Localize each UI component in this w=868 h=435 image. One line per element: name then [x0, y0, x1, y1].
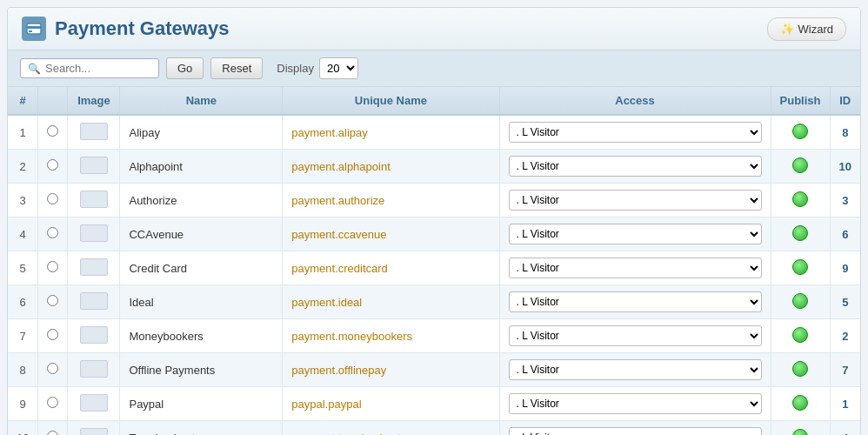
publish-dot-9[interactable] [792, 429, 808, 436]
table-row: 4 CCAvenue payment.ccavenue . L Visitor … [8, 218, 860, 251]
row-image [68, 251, 120, 285]
image-placeholder [80, 157, 108, 174]
go-button[interactable]: Go [166, 57, 204, 79]
row-access: . L Visitor [499, 218, 771, 251]
row-image [68, 285, 120, 319]
row-publish [771, 115, 830, 150]
svg-rect-1 [27, 26, 41, 29]
table-row: 5 Credit Card payment.creditcard . L Vis… [8, 251, 860, 285]
publish-dot-1[interactable] [792, 157, 808, 173]
row-radio-3[interactable] [47, 227, 58, 238]
row-publish [771, 251, 830, 285]
table-row: 8 Offline Payments payment.offlinepay . … [8, 353, 860, 387]
table-row: 7 Moneybookers payment.moneybookers . L … [8, 319, 860, 353]
payment-gateways-icon [22, 17, 46, 41]
row-radio-4[interactable] [47, 261, 58, 272]
publish-dot-0[interactable] [792, 124, 808, 139]
row-publish [771, 319, 830, 353]
row-checkbox-cell [38, 251, 68, 285]
row-radio-0[interactable] [47, 125, 58, 137]
row-num: 1 [8, 115, 38, 150]
row-radio-9[interactable] [47, 431, 58, 435]
row-name: Twocheckout [120, 421, 283, 436]
wizard-label: Wizard [798, 23, 833, 36]
row-num: 4 [8, 218, 38, 251]
table-row: 10 Twocheckout payment.twocheckout . L V… [8, 421, 860, 436]
table-row: 9 Paypal paypal.paypal . L Visitor 1 [8, 387, 860, 421]
row-access-select-8[interactable]: . L Visitor [509, 393, 762, 414]
row-unique-name: payment.offlinepay [283, 353, 499, 387]
publish-dot-2[interactable] [792, 191, 808, 207]
row-radio-6[interactable] [47, 329, 58, 340]
publish-dot-7[interactable] [792, 361, 808, 377]
col-num: # [8, 87, 38, 115]
row-radio-1[interactable] [47, 159, 58, 171]
row-num: 5 [8, 251, 38, 285]
row-num: 10 [8, 421, 38, 436]
row-id: 1 [830, 387, 860, 421]
row-name: Credit Card [120, 251, 283, 285]
row-access: . L Visitor [499, 251, 771, 285]
row-access-select-9[interactable]: . L Visitor [509, 427, 762, 435]
image-placeholder [80, 360, 108, 378]
row-id: 8 [830, 115, 860, 150]
row-publish [771, 285, 830, 319]
row-name: Moneybookers [120, 319, 283, 353]
publish-dot-3[interactable] [792, 225, 808, 241]
row-checkbox-cell [38, 184, 68, 218]
row-radio-7[interactable] [47, 363, 58, 374]
col-name: Name [120, 87, 283, 115]
row-access-select-6[interactable]: . L Visitor [509, 325, 762, 346]
row-access-select-1[interactable]: . L Visitor [509, 156, 762, 177]
row-access-select-0[interactable]: . L Visitor [509, 122, 762, 143]
row-access: . L Visitor [499, 115, 771, 150]
row-image [68, 353, 120, 387]
row-radio-2[interactable] [47, 193, 58, 204]
row-id: 6 [830, 218, 860, 251]
page-title-area: Payment Gateways [22, 17, 230, 41]
row-unique-name: paypal.paypal [283, 387, 499, 421]
image-placeholder [80, 428, 108, 436]
row-access-select-7[interactable]: . L Visitor [509, 359, 762, 380]
row-image [68, 115, 120, 150]
publish-dot-5[interactable] [792, 293, 808, 309]
wizard-button[interactable]: ✨ Wizard [767, 17, 846, 41]
row-num: 2 [8, 150, 38, 184]
row-num: 9 [8, 387, 38, 421]
svg-rect-2 [29, 30, 32, 32]
row-access-select-3[interactable]: . L Visitor [509, 224, 762, 244]
display-select[interactable]: 20 5 10 15 25 50 [319, 57, 358, 79]
row-publish [771, 387, 830, 421]
row-checkbox-cell [38, 115, 68, 150]
row-id: 5 [830, 285, 860, 319]
row-checkbox-cell [38, 150, 68, 184]
row-publish [771, 421, 830, 436]
reset-button[interactable]: Reset [210, 57, 263, 79]
row-unique-name: payment.twocheckout [283, 421, 499, 436]
publish-dot-8[interactable] [792, 395, 808, 411]
col-access: Access [499, 87, 771, 115]
row-access: . L Visitor [499, 184, 771, 218]
page-title: Payment Gateways [55, 17, 230, 40]
row-access-select-2[interactable]: . L Visitor [509, 190, 762, 211]
row-id: 9 [830, 251, 860, 285]
row-checkbox-cell [38, 319, 68, 353]
row-access: . L Visitor [499, 353, 771, 387]
row-image [68, 184, 120, 218]
row-unique-name: payment.ideal [283, 285, 499, 319]
row-access-select-5[interactable]: . L Visitor [509, 291, 762, 312]
row-publish [771, 218, 830, 251]
row-radio-5[interactable] [47, 295, 58, 306]
publish-dot-6[interactable] [792, 327, 808, 343]
image-placeholder [80, 123, 108, 140]
row-image [68, 387, 120, 421]
row-radio-8[interactable] [47, 397, 58, 408]
search-icon: 🔍 [28, 63, 41, 75]
search-input[interactable] [45, 62, 150, 75]
row-image [68, 421, 120, 436]
row-unique-name: payment.alipay [283, 115, 499, 150]
row-access-select-4[interactable]: . L Visitor [509, 258, 762, 278]
publish-dot-4[interactable] [792, 259, 808, 275]
toolbar: 🔍 Go Reset Display 20 5 10 15 25 50 [8, 50, 860, 87]
table-row: 3 Authorize payment.authorize . L Visito… [8, 184, 860, 218]
